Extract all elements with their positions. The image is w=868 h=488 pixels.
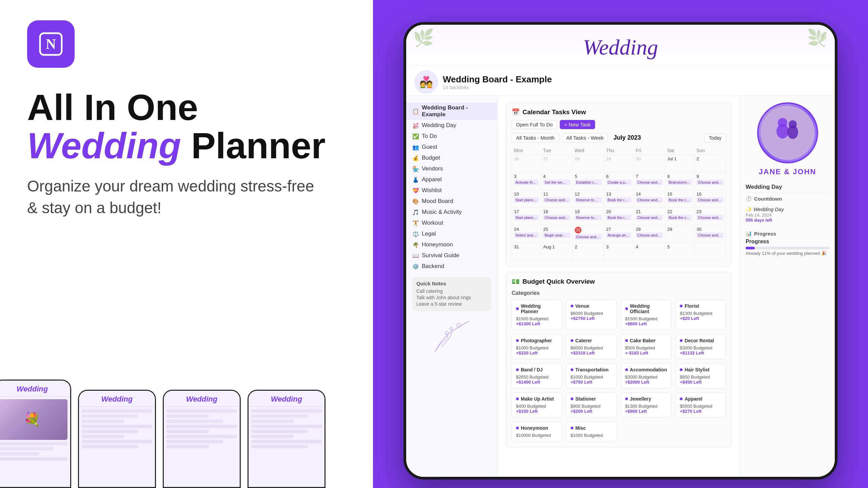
- budget-name-17: Misc: [575, 425, 586, 431]
- budget-item-15: Apparel $5500 Budgeted +$270 Left: [675, 392, 726, 418]
- cal-day-num: 30: [636, 156, 663, 161]
- cal-event[interactable]: Choose and...: [636, 232, 663, 238]
- sidebar-icon-4: 💰: [412, 155, 419, 161]
- right-panel: JANE & JOHN Wedding Day ⏱️ Countdown ✨ W…: [740, 96, 835, 477]
- budget-left-15: +$270 Left: [680, 409, 722, 414]
- cal-event[interactable]: Choose and...: [696, 215, 724, 220]
- cal-day-num: 5: [667, 244, 692, 249]
- cal-header-thu: Thu: [604, 146, 634, 155]
- cal-cell-3-6: 23Choose and...: [694, 208, 726, 225]
- budget-cat-10: Accommodation: [625, 367, 667, 372]
- cal-day-num: 13: [606, 191, 632, 197]
- sidebar-item-11[interactable]: ⚖️Legal: [406, 228, 497, 239]
- sidebar-item-1[interactable]: 💒Wedding Day: [406, 120, 497, 131]
- countdown-item: ✨ Wedding Day Feb 14, 2024 555 days left: [746, 204, 829, 226]
- cal-event[interactable]: Activate th...: [514, 180, 539, 185]
- cal-event[interactable]: Choose and...: [543, 197, 570, 203]
- sidebar-label-5: Vendors: [422, 165, 443, 172]
- cal-event[interactable]: Choose and...: [636, 215, 663, 220]
- sidebar-item-14[interactable]: ⚙️Backend: [406, 261, 497, 272]
- open-full-btn[interactable]: Open Full To Do: [512, 120, 557, 129]
- cal-cell-5-6: [694, 243, 726, 261]
- cal-event[interactable]: Start plann...: [514, 197, 539, 203]
- sidebar-label-13: Survival Guide: [422, 252, 459, 259]
- thumb-row: [82, 420, 124, 423]
- budget-dot-16: [516, 427, 519, 429]
- cal-event[interactable]: Establish c...: [575, 180, 602, 185]
- thumbnail-2: Wedding: [78, 390, 156, 488]
- sidebar-label-9: Music & Activity: [422, 209, 462, 216]
- tab-month-btn[interactable]: All Tasks - Month: [512, 133, 559, 142]
- cal-event[interactable]: Choose and...: [696, 232, 724, 238]
- cal-event[interactable]: Choose and...: [696, 197, 724, 203]
- sidebar-item-0[interactable]: 📋Wedding Board - Example: [406, 102, 497, 120]
- cal-event[interactable]: Arrange an...: [606, 232, 632, 238]
- cal-day-num: 22: [667, 209, 692, 214]
- cal-event[interactable]: Book the c...: [667, 215, 692, 220]
- headline-line1: All In One: [27, 87, 198, 128]
- cal-event[interactable]: Choose and...: [696, 180, 724, 185]
- cal-event[interactable]: Brainstorm...: [667, 180, 692, 185]
- cal-event[interactable]: Create a p...: [606, 180, 632, 185]
- today-btn[interactable]: Today: [705, 134, 726, 142]
- cal-event[interactable]: Set the we...: [543, 180, 570, 185]
- cal-event[interactable]: Book the r...: [606, 197, 632, 203]
- sidebar-icon-6: 👗: [412, 177, 419, 183]
- sidebar-item-8[interactable]: 🎨Mood Board: [406, 196, 497, 207]
- cal-event[interactable]: Begin sear...: [543, 232, 570, 238]
- sidebar-item-4[interactable]: 💰Budget: [406, 152, 497, 163]
- sidebar-icon-3: 👥: [412, 144, 419, 150]
- cal-event[interactable]: Choose and...: [636, 197, 663, 203]
- cal-event[interactable]: Book the r...: [606, 215, 632, 220]
- cal-event[interactable]: Choose and...: [543, 215, 570, 220]
- calendar-body: 2627282930Jul 123Activate th...4Set the …: [512, 155, 726, 261]
- budget-cat-11: Hair Stylist: [680, 367, 722, 372]
- cal-event[interactable]: Choose and...: [575, 234, 602, 240]
- budget-dot-9: [571, 368, 573, 371]
- budget-section: 💵 Budget Quick Overview Categories Weddi…: [506, 272, 732, 447]
- thumb-row: [251, 420, 294, 423]
- budget-dot-2: [625, 307, 628, 310]
- budget-name-5: Caterer: [575, 338, 592, 343]
- tab-week-btn[interactable]: All Tasks - Week: [562, 133, 608, 142]
- cal-event[interactable]: Choose and...: [636, 180, 663, 185]
- cal-event[interactable]: Book the c...: [667, 197, 692, 203]
- sidebar-item-3[interactable]: 👥Guest: [406, 142, 497, 152]
- new-task-btn[interactable]: + New Task: [560, 120, 595, 129]
- budget-dot-4: [516, 339, 519, 342]
- sidebar-item-10[interactable]: 🏋️Workout: [406, 218, 497, 228]
- budget-left-2: +$600 Left: [625, 321, 667, 326]
- cal-cell-1-5: 8Brainstorm...: [665, 172, 694, 190]
- cal-cell-5-0: 31: [512, 243, 541, 261]
- thumb-row: [82, 440, 152, 443]
- cal-event[interactable]: Reserve to...: [575, 215, 602, 220]
- sidebar-item-13[interactable]: 📖Survival Guide: [406, 250, 497, 261]
- sidebar-item-6[interactable]: 👗Apparel: [406, 174, 497, 185]
- countdown-days: 555 days left: [746, 218, 829, 223]
- thumb-row: [166, 440, 223, 443]
- sidebar-item-9[interactable]: 🎵Music & Activity: [406, 207, 497, 218]
- budget-dot-15: [680, 398, 683, 400]
- sidebar-item-12[interactable]: 🌴Honeymoon: [406, 239, 497, 250]
- cal-day-num: 4: [636, 244, 663, 249]
- thumb-1-content: 💐: [0, 396, 70, 487]
- sidebar-item-7[interactable]: 💝Wishlist: [406, 185, 497, 196]
- quick-note-2: Talk with John about rings: [416, 295, 487, 300]
- cal-day-num: 16: [696, 191, 724, 197]
- budget-left-8: +$1400 Left: [516, 380, 558, 385]
- cal-event[interactable]: Reserve to...: [575, 197, 602, 203]
- sidebar-label-4: Budget: [422, 155, 440, 161]
- thumb-row: [82, 414, 138, 418]
- cal-event[interactable]: Start plann...: [514, 215, 539, 220]
- countdown-label: ✨ Wedding Day: [746, 206, 829, 212]
- cal-header-wed: Wed: [573, 146, 604, 155]
- thumb-row: [166, 430, 209, 433]
- page-title-group: Wedding Board - Example 14 backlinks: [443, 74, 552, 90]
- progress-section: 📊 Progress Progress Already 11% of your …: [746, 230, 829, 256]
- cal-event[interactable]: Select and...: [514, 232, 539, 238]
- main-content: 📅 Calendar Tasks View Open Full To Do + …: [498, 96, 740, 477]
- thumbnail-1: Wedding 💐: [0, 380, 71, 488]
- sidebar-item-5[interactable]: 🏪Vendors: [406, 163, 497, 174]
- thumb-1-title: Wedding: [0, 381, 70, 396]
- sidebar-item-2[interactable]: ✅To Do: [406, 131, 497, 142]
